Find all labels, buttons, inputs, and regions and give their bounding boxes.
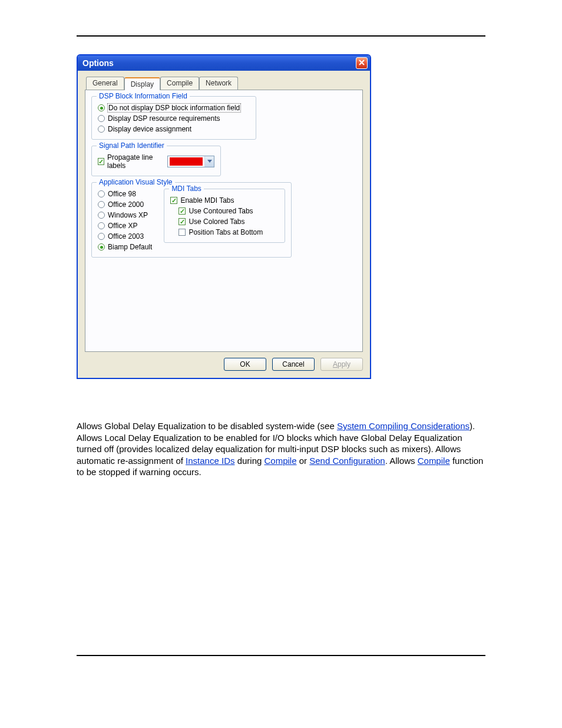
checkbox-icon: ✓ xyxy=(178,207,186,215)
text: . Allows xyxy=(385,456,418,466)
checkbox-icon: ✓ xyxy=(178,229,186,236)
link-send-configuration[interactable]: Send Configuration xyxy=(309,456,385,466)
radio-icon xyxy=(98,233,105,240)
cancel-button[interactable]: Cancel xyxy=(272,358,315,371)
radio-icon xyxy=(98,104,105,111)
tab-panel-display: DSP Block Information Field Do not displ… xyxy=(85,90,363,352)
close-icon xyxy=(358,59,365,68)
text: Allows Global Delay Equalization to be d… xyxy=(77,421,337,431)
link-instance-ids[interactable]: Instance IDs xyxy=(186,456,234,466)
radio-dsp-option-2[interactable]: Display device assignment xyxy=(98,124,250,134)
group-dsp-block-info: DSP Block Information Field Do not displ… xyxy=(91,96,256,140)
radio-style-windows-xp[interactable]: Windows XP xyxy=(98,210,152,220)
radio-label: Office 2003 xyxy=(108,232,144,241)
color-dropdown[interactable] xyxy=(167,156,214,167)
window-title: Options xyxy=(82,58,114,68)
close-button[interactable] xyxy=(356,57,368,69)
radio-label: Display device assignment xyxy=(108,125,191,133)
radio-icon xyxy=(98,222,105,229)
link-compile[interactable]: Compile xyxy=(265,456,297,466)
group-legend: DSP Block Information Field xyxy=(97,92,190,100)
text: during xyxy=(234,456,264,466)
radio-label: Biamp Default xyxy=(108,243,152,251)
chevron-down-icon xyxy=(204,156,214,167)
checkbox-icon: ✓ xyxy=(170,197,177,204)
group-visual-style: Application Visual Style Office 98 Offic… xyxy=(91,182,292,258)
group-mdi-tabs: MDI Tabs ✓ Enable MDI Tabs ✓ Use Contour… xyxy=(164,189,285,243)
group-signal-path: Signal Path Identifier ✓ Propagate line … xyxy=(91,146,221,176)
radio-icon xyxy=(98,190,105,197)
link-system-compiling-considerations[interactable]: System Compiling Considerations xyxy=(337,421,470,431)
radio-style-office-2000[interactable]: Office 2000 xyxy=(98,199,152,210)
checkbox-label: Use Colored Tabs xyxy=(189,218,244,226)
link-compile-2[interactable]: Compile xyxy=(418,456,450,466)
titlebar: Options xyxy=(78,55,370,71)
radio-style-office-98[interactable]: Office 98 xyxy=(98,189,152,199)
radio-label: Office 2000 xyxy=(108,200,144,209)
checkbox-label: Position Tabs at Bottom xyxy=(189,228,263,236)
radio-icon xyxy=(98,212,105,219)
radio-style-office-xp[interactable]: Office XP xyxy=(98,220,152,231)
dialog-body: General Display Compile Network DSP Bloc… xyxy=(78,71,370,378)
radio-label: Office 98 xyxy=(108,190,136,198)
apply-button[interactable]: Apply xyxy=(320,358,363,371)
checkbox-label: Propagate line labels xyxy=(107,153,161,170)
checkbox-enable-mdi-tabs[interactable]: ✓ Enable MDI Tabs xyxy=(170,195,279,206)
checkbox-label: Use Contoured Tabs xyxy=(189,207,253,215)
options-dialog: Options General Display Compile Network … xyxy=(77,54,371,379)
tab-general[interactable]: General xyxy=(86,77,124,90)
radio-icon xyxy=(98,201,105,208)
radio-label: Office XP xyxy=(108,222,137,230)
checkbox-use-colored-tabs[interactable]: ✓ Use Colored Tabs xyxy=(170,216,279,227)
checkbox-icon: ✓ xyxy=(178,218,186,225)
checkbox-position-tabs-bottom[interactable]: ✓ Position Tabs at Bottom xyxy=(170,227,279,238)
radio-label: Do not display DSP block information fie… xyxy=(108,104,240,112)
page-rule-top xyxy=(77,35,485,37)
checkbox-label: Enable MDI Tabs xyxy=(180,196,234,205)
radio-dsp-option-1[interactable]: Display DSP resource requirements xyxy=(98,113,250,124)
ok-button[interactable]: OK xyxy=(224,358,266,371)
dialog-button-row: OK Cancel Apply xyxy=(85,358,363,371)
tab-display[interactable]: Display xyxy=(124,77,160,90)
group-legend: Signal Path Identifier xyxy=(97,141,167,150)
checkbox-icon: ✓ xyxy=(98,158,104,165)
checkbox-propagate-labels[interactable]: ✓ Propagate line labels xyxy=(98,152,161,171)
radio-icon xyxy=(98,126,105,133)
radio-label: Display DSP resource requirements xyxy=(108,114,220,123)
group-legend: Application Visual Style xyxy=(97,178,175,186)
color-swatch xyxy=(170,157,203,166)
description-paragraph: Allows Global Delay Equalization to be d… xyxy=(77,420,485,478)
radio-dsp-option-0[interactable]: Do not display DSP block information fie… xyxy=(98,103,250,113)
radio-style-office-2003[interactable]: Office 2003 xyxy=(98,231,152,242)
radio-label: Windows XP xyxy=(108,211,148,219)
radio-style-biamp-default[interactable]: Biamp Default xyxy=(98,242,152,252)
tab-network[interactable]: Network xyxy=(199,77,238,90)
text: or xyxy=(297,456,310,466)
group-legend: MDI Tabs xyxy=(169,185,203,193)
checkbox-use-contoured-tabs[interactable]: ✓ Use Contoured Tabs xyxy=(170,206,279,216)
radio-icon xyxy=(98,243,105,251)
tab-compile[interactable]: Compile xyxy=(160,77,199,90)
page-rule-bottom xyxy=(77,655,485,656)
tab-strip: General Display Compile Network xyxy=(85,77,363,90)
radio-icon xyxy=(98,115,105,122)
